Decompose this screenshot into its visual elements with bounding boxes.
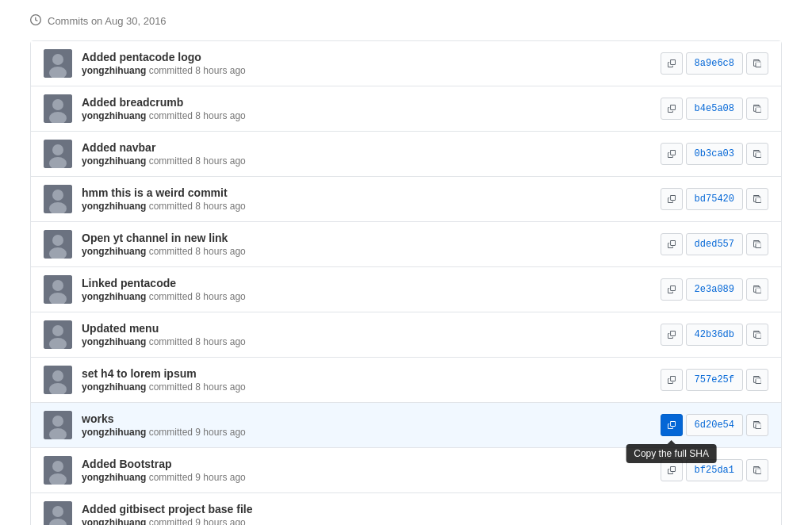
browse-button[interactable] <box>746 414 768 436</box>
copy-sha-button[interactable] <box>661 52 683 75</box>
copy-sha-button[interactable] <box>661 98 683 120</box>
commit-message[interactable]: Linked pentacode <box>82 277 661 289</box>
commit-row: hmm this is a weird commit yongzhihuang … <box>31 177 781 222</box>
copy-sha-button[interactable] <box>661 459 683 481</box>
commit-author: yongzhihuang <box>82 201 146 212</box>
copy-sha-button[interactable] <box>661 278 683 301</box>
commit-info: Added pentacode logo yongzhihuang commit… <box>82 51 661 76</box>
browse-button[interactable] <box>746 98 768 120</box>
commits-date-label: Commits on Aug 30, 2016 <box>48 15 167 27</box>
commit-message[interactable]: Added gitbisect project base file <box>82 503 768 515</box>
commit-meta: yongzhihuang committed 8 hours ago <box>82 110 661 121</box>
commit-row: Added breadcrumb yongzhihuang committed … <box>31 86 781 132</box>
svg-point-19 <box>52 325 63 336</box>
sha-link[interactable]: 6d20e54 <box>686 414 743 436</box>
commit-message[interactable]: Added navbar <box>82 141 661 154</box>
commit-actions: bd75420 <box>661 188 768 210</box>
sha-link[interactable]: 0b3ca03 <box>686 143 743 165</box>
commit-row: Added pentacode logo yongzhihuang commit… <box>31 41 781 86</box>
commit-meta: yongzhihuang committed 9 hours ago <box>82 472 661 483</box>
commit-time: committed 9 hours ago <box>149 472 246 483</box>
commit-info: Open yt channel in new link yongzhihuang… <box>82 232 661 257</box>
copy-sha-button[interactable] <box>661 369 683 391</box>
svg-point-10 <box>52 190 63 201</box>
avatar <box>44 185 72 213</box>
commit-info: Added Bootstrap yongzhihuang committed 9… <box>82 458 661 483</box>
copy-sha-button[interactable] <box>661 188 683 210</box>
commit-message[interactable]: Added breadcrumb <box>82 96 661 109</box>
commit-message[interactable]: set h4 to lorem ipsum <box>82 367 661 380</box>
clock-icon <box>30 14 41 28</box>
commit-actions: 0b3ca03 <box>661 143 768 165</box>
commit-row: Updated menu yongzhihuang committed 8 ho… <box>31 312 781 358</box>
sha-link[interactable]: bf25da1 <box>686 459 743 481</box>
copy-sha-button[interactable] <box>661 143 683 165</box>
sha-link[interactable]: bd75420 <box>686 188 743 210</box>
svg-point-22 <box>52 370 63 381</box>
copy-sha-button[interactable] <box>661 233 683 255</box>
commit-time: committed 8 hours ago <box>149 155 246 167</box>
browse-button[interactable] <box>746 369 768 391</box>
commit-actions: 2e3a089 <box>661 278 768 301</box>
avatar <box>44 501 72 525</box>
commit-message[interactable]: Added Bootstrap <box>82 458 661 470</box>
commit-row: Added navbar yongzhihuang committed 8 ho… <box>31 132 781 177</box>
commit-message[interactable]: hmm this is a weird commit <box>82 186 661 199</box>
commit-time: committed 9 hours ago <box>149 517 246 525</box>
commit-actions: dded557 <box>661 233 768 255</box>
commit-author: yongzhihuang <box>82 291 146 302</box>
sha-link[interactable]: 757e25f <box>686 369 743 391</box>
commit-info: Updated menu yongzhihuang committed 8 ho… <box>82 322 661 347</box>
commit-row: Linked pentacode yongzhihuang committed … <box>31 267 781 312</box>
commit-author: yongzhihuang <box>82 110 146 121</box>
commit-author: yongzhihuang <box>82 517 146 525</box>
browse-button[interactable] <box>746 52 768 75</box>
commit-info: hmm this is a weird commit yongzhihuang … <box>82 186 661 212</box>
svg-point-4 <box>52 99 63 110</box>
avatar <box>44 275 72 304</box>
commit-info: Added breadcrumb yongzhihuang committed … <box>82 96 661 121</box>
browse-button[interactable] <box>746 278 768 301</box>
sha-link[interactable]: 2e3a089 <box>686 278 743 301</box>
commit-message[interactable]: Updated menu <box>82 322 661 335</box>
commit-time: committed 8 hours ago <box>149 336 246 347</box>
commit-row: works yongzhihuang committed 9 hours ago… <box>31 403 781 448</box>
commit-meta: yongzhihuang committed 9 hours ago <box>82 517 768 525</box>
commit-actions: bf25da1 <box>661 459 768 481</box>
copy-sha-button[interactable] <box>661 414 683 436</box>
sha-link[interactable]: dded557 <box>686 233 743 255</box>
commit-meta: yongzhihuang committed 8 hours ago <box>82 246 661 257</box>
commit-author: yongzhihuang <box>82 427 146 438</box>
commit-time: committed 8 hours ago <box>149 291 246 302</box>
commit-info: Linked pentacode yongzhihuang committed … <box>82 277 661 302</box>
commit-row: Open yt channel in new link yongzhihuang… <box>31 222 781 267</box>
browse-button[interactable] <box>746 143 768 165</box>
browse-button[interactable] <box>746 324 768 346</box>
commit-time: committed 8 hours ago <box>149 381 246 393</box>
sha-link[interactable]: 8a9e6c8 <box>686 52 743 75</box>
sha-link[interactable]: b4e5a08 <box>686 98 743 120</box>
avatar <box>44 411 72 439</box>
commit-row: Added gitbisect project base file yongzh… <box>31 493 781 525</box>
commit-message[interactable]: works <box>82 412 661 425</box>
commit-meta: yongzhihuang committed 9 hours ago <box>82 427 661 438</box>
commit-message[interactable]: Open yt channel in new link <box>82 232 661 244</box>
commit-time: committed 8 hours ago <box>149 65 246 76</box>
commit-time: committed 8 hours ago <box>149 110 246 121</box>
browse-button[interactable] <box>746 233 768 255</box>
commit-actions: 8a9e6c8 <box>661 52 768 75</box>
avatar <box>44 230 72 259</box>
commit-meta: yongzhihuang committed 8 hours ago <box>82 155 661 167</box>
commit-author: yongzhihuang <box>82 155 146 167</box>
commit-actions: Copy the full SHA 6d20e54 <box>661 414 768 436</box>
browse-button[interactable] <box>746 459 768 481</box>
commit-actions: 42b36db <box>661 324 768 346</box>
commits-header: Commits on Aug 30, 2016 <box>17 8 795 34</box>
commit-author: yongzhihuang <box>82 65 146 76</box>
browse-button[interactable] <box>746 188 768 210</box>
copy-sha-button[interactable] <box>661 324 683 346</box>
commit-message[interactable]: Added pentacode logo <box>82 51 661 63</box>
commit-meta: yongzhihuang committed 8 hours ago <box>82 65 661 76</box>
commit-author: yongzhihuang <box>82 381 146 393</box>
sha-link[interactable]: 42b36db <box>686 324 743 346</box>
